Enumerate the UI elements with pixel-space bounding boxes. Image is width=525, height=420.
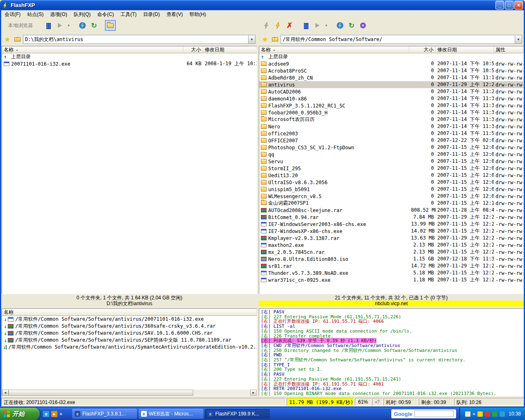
file-row[interactable]: FlashFXP_3.5.1.1202_RC1_SC 0 2007-11-14 …: [259, 102, 523, 109]
menu-item[interactable]: 选项(O): [47, 10, 70, 19]
file-row[interactable]: UltraISO-v8.6.3.2056 0 2007-11-15 上午 12:…: [259, 179, 523, 186]
file-row[interactable]: Servu 0 2007-11-15 上午 12:03 drw-rw-rw-: [259, 158, 523, 165]
up-directory-button[interactable]: [13, 35, 21, 43]
column-header-size[interactable]: 大小: [183, 46, 203, 53]
file-row[interactable]: AutoCAD2006 0 2007-11-14 下午 11:28 drw-rw…: [259, 88, 523, 95]
file-row[interactable]: 上层目录: [2, 53, 257, 60]
file-row[interactable]: 20071101-016-i32.exe 64 KB 2008-1-19 上午 …: [2, 60, 257, 67]
file-row[interactable]: AUTOcad2008sc-leejune.rar 808.52 MB 2007…: [259, 207, 523, 214]
antivirus-tray-icon[interactable]: [492, 411, 498, 417]
file-row[interactable]: IE7-WindowsXP-x86-chs.exe 14.02 MB 2007-…: [259, 228, 523, 235]
file-row[interactable]: wrar371sc_cn-0925.exe 1.18 MB 2007-11-15…: [259, 276, 523, 283]
google-search-input[interactable]: [414, 411, 454, 417]
queue-item[interactable]: /常用软件/Common Software/Software/antivirus…: [2, 337, 257, 344]
file-row[interactable]: unispim5_b5091 0 2007-11-15 上午 12:07 drw…: [259, 186, 523, 193]
disconnect-button[interactable]: ✗: [284, 20, 295, 31]
queue-item[interactable]: /常用软件/Common Software/Software/antivirus…: [2, 330, 257, 337]
remote-transfer-dropdown[interactable]: ▾: [324, 20, 329, 31]
file-row[interactable]: daemon410-x86 0 2007-11-14 下午 11:31 drw-…: [259, 95, 523, 102]
file-row[interactable]: OFFICE2007 0 2007-12-22 下午 02:04 drw-rw-…: [259, 137, 523, 144]
remote-path-combobox[interactable]: /常用软件/Common Software/Software/ ▼: [281, 35, 522, 44]
connect-button[interactable]: [261, 20, 272, 31]
quicklaunch-overflow-chevron[interactable]: »: [59, 411, 62, 417]
column-header-attr[interactable]: 属性: [494, 46, 523, 53]
thunder-tray-icon[interactable]: [485, 411, 490, 417]
scroll-right-button[interactable]: ►: [250, 390, 257, 396]
column-header-name[interactable]: 名称▲: [2, 46, 183, 53]
media-quicklaunch-icon[interactable]: ▸: [51, 411, 57, 417]
file-row[interactable]: maxthon2.exe 2.13 MB 2007-11-15 上午 12:20…: [259, 242, 523, 249]
up-directory-button[interactable]: [271, 35, 279, 43]
file-row[interactable]: WLMessengercn_v8.5 0 2007-11-15 上午 12:08…: [259, 193, 523, 200]
file-row[interactable]: antivirus 0 2007-11-29 上午 12:25 drw-rw-r…: [259, 81, 523, 88]
site-options-button[interactable]: [358, 20, 368, 31]
pause-button[interactable]: [43, 20, 54, 31]
menu-item[interactable]: 命令(C): [94, 10, 117, 19]
menu-item[interactable]: 队列(Q): [71, 10, 94, 19]
queue-item[interactable]: /常用软件/Common Software/Software/antivirus…: [2, 344, 257, 351]
local-browser-button[interactable]: 本地浏览器: [4, 20, 37, 31]
volume-tray-icon[interactable]: [500, 411, 505, 417]
queue-hscrollbar[interactable]: ◄ ►: [2, 390, 257, 396]
file-row[interactable]: Thunder.v5.7.3.389.NoAD.exe 5.18 MB 2007…: [259, 269, 523, 276]
start-button[interactable]: 开始: [0, 408, 40, 420]
favorites-icon[interactable]: [261, 35, 269, 43]
close-button[interactable]: ×: [514, 1, 523, 9]
column-header-size[interactable]: 大小: [409, 46, 436, 53]
menu-item[interactable]: 查看(V): [163, 10, 186, 19]
remote-go-button[interactable]: [335, 20, 345, 31]
queue-item[interactable]: /常用软件/Common Software/Software/antivirus…: [2, 316, 257, 323]
maximize-button[interactable]: □: [505, 1, 514, 9]
tray-chevron-icon[interactable]: «: [472, 411, 475, 417]
scroll-left-button[interactable]: ◄: [2, 390, 9, 396]
menu-item[interactable]: 站点(S): [24, 10, 47, 19]
menu-item[interactable]: 目录(D): [140, 10, 163, 19]
file-row[interactable]: Kmplayer-v2.9.3.1387.rar 13.63 MB 2007-1…: [259, 235, 523, 242]
queue-column-header-name[interactable]: 名称: [2, 309, 257, 315]
scrollbar-track[interactable]: [9, 390, 250, 396]
dropdown-arrow-icon[interactable]: ▼: [248, 35, 255, 43]
browser-quicklaunch-icon[interactable]: e: [43, 411, 49, 417]
folder-view-toggle[interactable]: [105, 20, 116, 31]
refresh-button[interactable]: ↻: [89, 20, 99, 31]
local-path-combobox[interactable]: D:\我的文档\antivirus ▼: [23, 35, 256, 44]
file-row[interactable]: Nero 0 2007-11-14 下午 11:33 drw-rw-rw-: [259, 123, 523, 130]
dropdown-arrow-icon[interactable]: ▼: [515, 35, 522, 43]
column-header-name[interactable]: 名称▲: [259, 46, 409, 53]
quick-connect-button[interactable]: [273, 20, 283, 31]
transfer-options-dropdown[interactable]: ▾: [66, 20, 71, 31]
column-header-date[interactable]: 修改日期: [436, 46, 494, 53]
remote-transfer-button[interactable]: [312, 20, 323, 31]
minimize-button[interactable]: _: [495, 1, 504, 9]
file-row[interactable]: sr81.rar 14.72 MB 2007-11-29 上午 12:28 -r…: [259, 262, 523, 269]
transfer-button[interactable]: [55, 20, 65, 31]
file-row[interactable]: Nero.8.Ultra.Edition803.iso 1.15 GB 2007…: [259, 256, 523, 262]
file-row[interactable]: 上层目录: [259, 53, 523, 60]
file-row[interactable]: StormII_295 0 2007-11-15 上午 12:06 drw-rw…: [259, 165, 523, 172]
column-header-date[interactable]: 修改日期: [203, 46, 257, 53]
ime-tray-icon[interactable]: [465, 411, 470, 417]
file-row[interactable]: Acrobat8ProSC 0 2007-11-14 下午 10:55 drw-…: [259, 67, 523, 74]
queue-item[interactable]: /常用软件/Common Software/Software/antivirus…: [2, 323, 257, 330]
messenger-tray-icon[interactable]: [477, 411, 483, 417]
taskbar-task-button[interactable]: e FlashFXP 199.9 K...: [205, 409, 270, 419]
file-row[interactable]: Microsoft农历日历 0 2007-11-14 下午 11:32 drw-…: [259, 116, 523, 123]
file-row[interactable]: office2003 0 2007-11-14 下午 11:56 drw-rw-…: [259, 130, 523, 137]
file-row[interactable]: IE7-WindowsServer2003-x86-chs.exe 13.99 …: [259, 221, 523, 228]
file-row[interactable]: mx_2.0.5.7845cn.rar 2.13 MB 2007-11-15 上…: [259, 249, 523, 256]
go-button[interactable]: [77, 20, 88, 31]
file-row[interactable]: Photoshop_CS3_SC_V1.2-FtpDown 0 2007-11-…: [259, 144, 523, 151]
remote-pause-button[interactable]: [301, 20, 311, 31]
remote-refresh-button[interactable]: ↻: [346, 20, 357, 31]
file-row[interactable]: 金山词霸2007SP1 0 2007-11-15 上午 12:19 drw-rw…: [259, 200, 523, 207]
file-row[interactable]: qq 0 2007-11-15 上午 12:03 drw-rw-rw-: [259, 151, 523, 158]
file-row[interactable]: acdsee9 0 2007-11-14 下午 10:55 drw-rw-rw-: [259, 60, 523, 67]
scrollbar-thumb[interactable]: [9, 390, 193, 396]
file-row[interactable]: AdbeRdr80_zh_CN 0 2007-11-14 下午 11:12 dr…: [259, 74, 523, 81]
file-row[interactable]: foobar2000_0.950b3_H 0 2007-11-14 下午 11:…: [259, 109, 523, 116]
menu-item[interactable]: 帮助(H): [186, 10, 210, 19]
favorites-icon[interactable]: [3, 35, 11, 43]
file-row[interactable]: BitComet_0.94.rar 7.84 MB 2007-11-29 上午 …: [259, 214, 523, 221]
menu-item[interactable]: 工具(T): [117, 10, 140, 19]
taskbar-task-button[interactable]: e FlashFXP_3.3.8.1...: [72, 409, 137, 419]
